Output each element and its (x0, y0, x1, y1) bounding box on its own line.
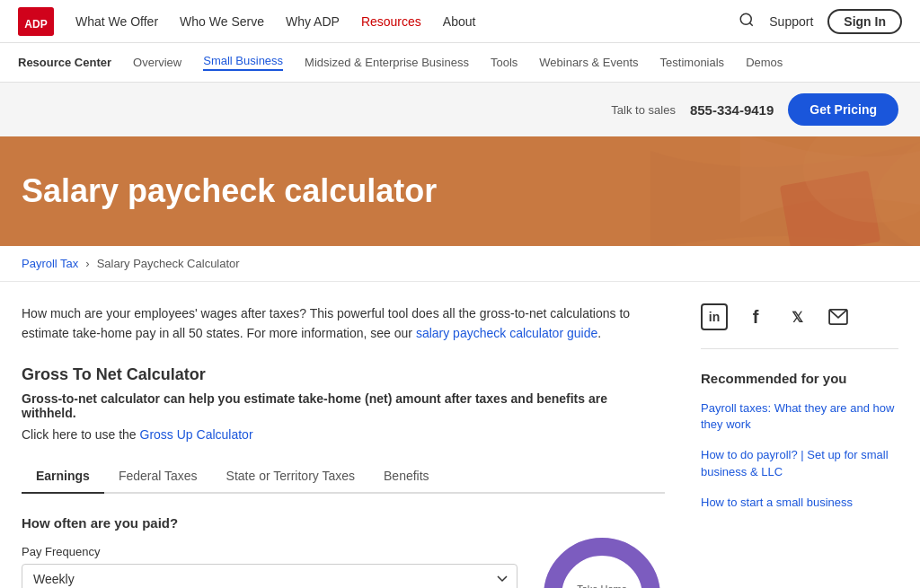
secondary-navigation: Resource Center Overview Small Business … (0, 43, 920, 83)
pay-frequency-select[interactable]: Weekly Bi-weekly Semi-monthly Monthly (22, 564, 518, 588)
page-title: Salary paycheck calculator (22, 172, 437, 210)
take-home-chart-area: Take Home $0.00 (539, 515, 665, 588)
recommended-title: Recommended for you (701, 371, 898, 386)
hero-background-shapes (471, 136, 920, 246)
form-column: How often are you paid? Pay Frequency We… (22, 515, 518, 588)
donut-center: Take Home $0.00 (577, 584, 627, 588)
form-section-title: How often are you paid? (22, 515, 518, 531)
breadcrumb-parent[interactable]: Payroll Tax (22, 257, 78, 270)
content-right-sidebar: in f 𝕏 Recommended for you Payroll taxes… (701, 303, 898, 588)
facebook-icon[interactable]: f (742, 303, 769, 330)
top-nav-right: Support Sign In (739, 9, 902, 34)
svg-point-7 (553, 547, 651, 588)
nav-tools[interactable]: Tools (491, 56, 518, 69)
hero-banner: Salary paycheck calculator (0, 136, 920, 246)
twitter-x-icon[interactable]: 𝕏 (783, 303, 810, 330)
breadcrumb-current: Salary Paycheck Calculator (97, 257, 240, 270)
cta-bar: Talk to sales 855-334-9419 Get Pricing (0, 83, 920, 136)
tab-earnings[interactable]: Earnings (22, 460, 104, 494)
calculator-form-area: How often are you paid? Pay Frequency We… (22, 515, 665, 588)
recommended-links: Payroll taxes: What they are and how the… (701, 400, 898, 511)
gross-up-calculator-link[interactable]: Gross Up Calculator (140, 427, 253, 442)
calculator-title: Gross To Net Calculator (22, 365, 665, 384)
svg-rect-4 (780, 171, 880, 246)
linkedin-icon[interactable]: in (701, 303, 728, 330)
nav-resource-center[interactable]: Resource Center (18, 56, 111, 69)
nav-webinars-events[interactable]: Webinars & Events (539, 56, 638, 69)
phone-number: 855-334-9419 (690, 102, 774, 118)
breadcrumb-separator: › (85, 257, 89, 270)
svg-line-3 (750, 22, 753, 25)
calculator-subtitle: Gross-to-net calculator can help you est… (22, 391, 665, 420)
search-button[interactable] (739, 12, 755, 31)
nav-about[interactable]: About (443, 14, 476, 29)
svg-point-5 (803, 136, 920, 223)
description-text: How much are your employees' wages after… (22, 303, 665, 344)
recommended-link-3[interactable]: How to start a small business (701, 495, 898, 511)
calculator-guide-link[interactable]: salary paycheck calculator guide (416, 326, 597, 340)
nav-small-business[interactable]: Small Business (203, 54, 283, 71)
nav-testimonials[interactable]: Testimonials (660, 56, 725, 69)
calculator-tabs: Earnings Federal Taxes State or Territor… (22, 460, 665, 494)
take-home-label: Take Home (577, 584, 627, 588)
donut-svg (539, 533, 665, 588)
nav-demos[interactable]: Demos (746, 56, 783, 69)
content-left: How much are your employees' wages after… (22, 303, 665, 588)
recommended-link-1[interactable]: Payroll taxes: What they are and how the… (701, 400, 898, 433)
nav-resources[interactable]: Resources (361, 14, 421, 29)
gross-up-text: Click here to use the Gross Up Calculato… (22, 427, 665, 442)
recommended-section: Recommended for you Payroll taxes: What … (701, 371, 898, 511)
donut-chart: Take Home $0.00 (539, 533, 665, 588)
recommended-link-2[interactable]: How to do payroll? | Set up for small bu… (701, 447, 898, 479)
email-envelope-icon (828, 309, 848, 325)
breadcrumb: Payroll Tax › Salary Paycheck Calculator (0, 246, 920, 282)
nav-overview[interactable]: Overview (133, 56, 181, 69)
talk-to-sales-label: Talk to sales (611, 103, 676, 117)
gross-up-prefix: Click here to use the (22, 427, 140, 442)
signin-button[interactable]: Sign In (827, 9, 902, 34)
top-navigation: ADP What We Offer Who We Serve Why ADP R… (0, 0, 920, 43)
pay-frequency-group: Pay Frequency Weekly Bi-weekly Semi-mont… (22, 545, 518, 588)
pay-frequency-label: Pay Frequency (22, 545, 518, 558)
nav-links: What We Offer Who We Serve Why ADP Resou… (75, 14, 739, 29)
main-content: How much are your employees' wages after… (0, 282, 920, 588)
svg-point-2 (741, 13, 752, 24)
adp-logo[interactable]: ADP (18, 7, 54, 36)
search-icon (739, 12, 755, 28)
nav-what-we-offer[interactable]: What We Offer (75, 14, 158, 29)
social-icons: in f 𝕏 (701, 303, 898, 349)
nav-midsized-enterprise[interactable]: Midsized & Enterprise Business (305, 56, 469, 69)
nav-why-adp[interactable]: Why ADP (286, 14, 340, 29)
svg-text:ADP: ADP (24, 18, 47, 31)
tab-benefits[interactable]: Benefits (369, 460, 444, 494)
email-icon[interactable] (825, 303, 852, 330)
tab-state-taxes[interactable]: State or Territory Taxes (212, 460, 369, 494)
support-link[interactable]: Support (769, 14, 813, 29)
tab-federal-taxes[interactable]: Federal Taxes (104, 460, 212, 494)
description-text-part2: . (597, 326, 601, 340)
nav-who-we-serve[interactable]: Who We Serve (180, 14, 264, 29)
get-pricing-button[interactable]: Get Pricing (788, 93, 898, 126)
